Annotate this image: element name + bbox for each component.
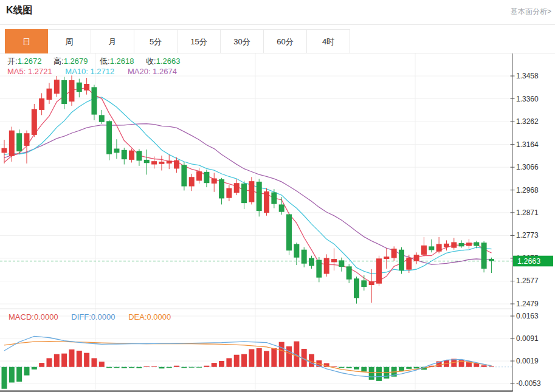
macd-bar [9,367,15,383]
tab-60分[interactable]: 60分 [264,29,307,53]
candle-body [174,160,179,169]
macd-bar [84,353,89,367]
macd-bar [159,367,164,369]
candle-body [61,80,67,104]
macd-bar [271,348,277,367]
ma20-value: MA20: 1.2674 [128,67,177,76]
candle-body [399,250,404,270]
axis-tick-label: 1.2577 [516,277,539,285]
current-price-tag-text: 1.2663 [517,257,540,266]
axis-tick-label: 1.3458 [516,72,539,80]
tab-周[interactable]: 周 [48,29,91,53]
candle-body [226,188,232,198]
macd-bar [122,367,127,368]
candle-body [69,80,74,101]
macd-bar [234,355,240,367]
candle-body [32,109,37,135]
candle-body [279,204,284,211]
candle-body [309,258,314,266]
candle-body [204,172,209,183]
macd-bar [99,362,105,367]
macd-bar [212,363,217,367]
candle-body [286,215,292,251]
ma10-value: MA10: 1.2712 [65,67,114,76]
candle-body [196,171,202,181]
axis-tick-label: 0.0019 [516,357,539,365]
tab-5分[interactable]: 5分 [134,29,178,53]
macd-histogram [2,342,494,389]
candle-body [271,193,277,204]
macd-bar [286,346,292,367]
macd-bar [174,366,179,367]
macd-bar [204,366,209,367]
tab-日[interactable]: 日 [5,29,48,53]
macd-bar [91,358,97,366]
axis-tick-label: -0.0053 [516,379,541,388]
macd-bar [346,367,352,368]
ma-info-row: MA5: 1.2721 MA10: 1.2712 MA20: 1.2674 [7,67,177,76]
macd-bar [54,354,60,367]
axis-tick-label: 0.0163 [516,312,539,320]
candle-body [241,184,247,203]
ma5-value: MA5: 1.2721 [7,67,52,76]
candle-body [466,242,472,246]
candle-body [316,260,322,278]
macd-bar [264,351,269,367]
axis-tick-label: 0.0091 [516,334,539,343]
axis-tick-label: 1.3360 [516,95,539,103]
tab-月[interactable]: 月 [91,29,134,53]
macd-bar [354,367,359,370]
candle-body [99,115,105,122]
tab-30分[interactable]: 30分 [221,29,264,53]
candle-body [421,246,427,255]
macd-bar [16,367,22,382]
candle-body [406,258,412,270]
macd-bar [151,366,157,367]
candle-body [24,133,29,146]
candle-body [324,258,329,274]
axis-tick-label: 1.2479 [516,300,539,308]
candle-body [46,89,52,100]
macd-bar [406,367,412,369]
candle-body [77,83,82,92]
candle-body [369,281,374,285]
macd-bar [249,349,254,366]
candle-body [414,255,419,261]
ma20-line [4,124,492,264]
open-label: 开: [7,57,18,66]
chart-area[interactable]: 1.34581.33601.32621.31641.30661.29681.28… [0,53,555,392]
candle-body [302,250,307,264]
macd-bar [106,367,112,368]
candle-body [212,179,217,184]
macd-bar [414,367,419,369]
macd-bar [2,367,7,389]
interval-tab-bar: 日周月5分15分30分60分4时 [0,29,555,53]
macd-bar [114,367,119,368]
macd-bar [369,367,374,380]
ma5-line [4,88,492,283]
macd-bar [129,367,134,368]
candle-body [354,278,359,298]
axis-tick-label: 1.2871 [516,208,539,217]
macd-bar [196,367,202,368]
candle-body [384,256,389,259]
candle-body [339,260,344,267]
macd-bar [46,358,52,366]
fundamental-analysis-link[interactable]: 基本面分析> [511,7,551,17]
axis-tick-label: 1.3066 [516,163,539,171]
candle-body [84,84,89,91]
macd-bar [219,361,224,367]
candle-body [489,259,494,261]
macd-bar [257,348,262,367]
macd-bar [376,367,382,381]
macd-bar [32,367,37,370]
macd-bar [189,367,195,368]
tab-15分[interactable]: 15分 [178,29,221,53]
macd-bar [481,365,487,367]
candle-body [219,179,224,198]
tab-4时[interactable]: 4时 [307,29,350,53]
candle-body [54,80,60,94]
candle-body [151,161,157,164]
candle-body [376,258,382,283]
axis-tick-label: 1.3262 [516,117,539,126]
